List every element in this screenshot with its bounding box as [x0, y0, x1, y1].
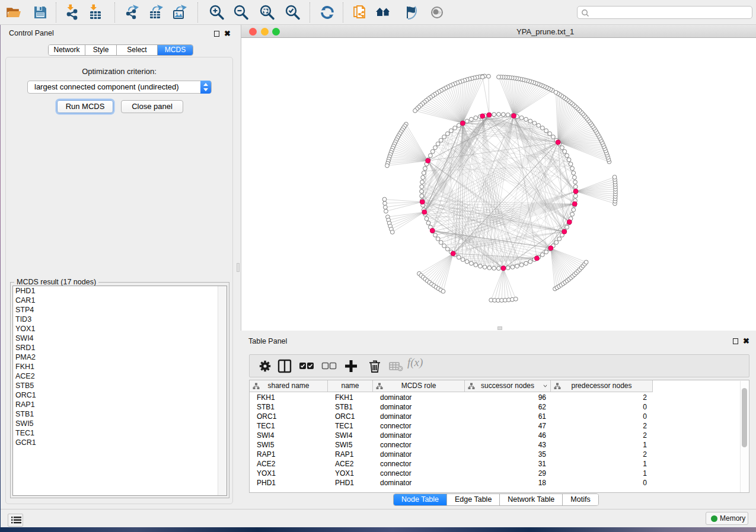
mcds-result-item[interactable]: ACE2	[13, 371, 227, 381]
toolbar-separator	[197, 2, 198, 23]
delete-table-icon[interactable]	[388, 358, 404, 374]
show-eye-icon[interactable]	[429, 4, 445, 21]
attribute-tree-icon	[468, 383, 475, 390]
table-row-ACE2[interactable]: ACE2ACE2connector311	[250, 459, 741, 469]
mcds-result-item[interactable]: CAR1	[13, 296, 227, 305]
import-network-icon[interactable]	[64, 4, 81, 21]
optimization-criterion-select[interactable]: largest connected component (undirected)	[27, 81, 212, 94]
mcds-result-title: MCDS result (17 nodes)	[14, 278, 98, 286]
function-builder-icon[interactable]: f(x)	[407, 356, 423, 369]
table-row-ORC1[interactable]: ORC1ORC1dominator610	[250, 412, 741, 421]
mcds-result-item[interactable]: SRD1	[13, 343, 227, 352]
table-row-RAP1[interactable]: RAP1RAP1dominator352	[250, 450, 741, 459]
attribute-tree-icon	[554, 383, 561, 390]
network-title: YPA_prune.txt_1	[516, 27, 574, 36]
tab-network-table[interactable]: Network Table	[500, 494, 563, 505]
table-scrollbar[interactable]	[740, 381, 748, 492]
zoom-in-icon[interactable]	[208, 4, 225, 21]
sidebar-divider-handle[interactable]	[237, 263, 240, 272]
home-icon[interactable]	[375, 4, 391, 21]
mcds-result-item[interactable]: STB5	[13, 381, 227, 390]
table-toolbar: f(x)	[249, 354, 749, 377]
memory-status-icon	[711, 515, 717, 522]
mcds-result-item[interactable]: TID3	[13, 315, 227, 324]
network-canvas[interactable]	[241, 39, 756, 331]
close-panel-icon[interactable]: ✖	[224, 31, 231, 37]
table-row-YOX1[interactable]: YOX1YOX1connector291	[250, 469, 741, 478]
sort-indicator-icon	[543, 384, 547, 387]
mcds-result-item[interactable]: RAP1	[13, 400, 227, 409]
toolbar-separator	[343, 2, 343, 23]
minimize-window-icon[interactable]	[261, 28, 269, 36]
mcds-list-scrollbar[interactable]	[218, 286, 227, 495]
control-panel-tabs: NetworkStyleSelectMCDS	[48, 44, 193, 56]
export-image-icon[interactable]	[171, 4, 188, 21]
tab-style[interactable]: Style	[85, 45, 117, 55]
mcds-result-item[interactable]: ORC1	[13, 390, 227, 400]
table-header: shared namenameMCDS rolesuccessor nodesp…	[250, 380, 653, 392]
zoom-fit-icon[interactable]	[259, 4, 275, 21]
export-network-icon[interactable]	[123, 4, 140, 21]
mcds-result-item[interactable]: SWI5	[13, 419, 227, 428]
zoom-selected-icon[interactable]	[284, 4, 301, 21]
zoom-out-icon[interactable]	[232, 4, 249, 21]
maximize-window-icon[interactable]	[272, 28, 280, 36]
table-row-STB1[interactable]: STB1STB1dominator620	[250, 402, 741, 412]
tab-edge-table[interactable]: Edge Table	[447, 494, 500, 505]
column-header-MCDS-role[interactable]: MCDS role	[373, 380, 465, 392]
column-header-name[interactable]: name	[328, 380, 373, 392]
select-all-icon[interactable]	[299, 358, 314, 374]
delete-column-icon[interactable]	[367, 358, 382, 374]
column-header-successor-nodes[interactable]: successor nodes	[465, 380, 551, 392]
import-table-icon[interactable]	[87, 4, 104, 21]
mcds-result-item[interactable]: PMA2	[13, 352, 227, 362]
task-history-button[interactable]	[8, 514, 23, 527]
mcds-result-item[interactable]: STP4	[13, 305, 227, 315]
refresh-icon[interactable]	[319, 4, 336, 21]
save-session-icon[interactable]	[32, 4, 49, 21]
share-network-icon[interactable]	[352, 4, 368, 21]
toolbar-separator	[114, 2, 115, 23]
table-row-SWI4[interactable]: SWI4SWI4dominator462	[250, 431, 741, 440]
table-row-SWI5[interactable]: SWI5SWI5connector431	[250, 440, 741, 450]
memory-button[interactable]: Memory	[706, 512, 748, 525]
column-header-shared-name[interactable]: shared name	[250, 380, 328, 392]
tab-node-table[interactable]: Node Table	[394, 494, 447, 505]
tab-mcds[interactable]: MCDS	[158, 45, 193, 55]
node-table: shared namenameMCDS rolesuccessor nodesp…	[249, 380, 749, 493]
mcds-result-item[interactable]: TEC1	[13, 428, 227, 438]
search-icon	[581, 9, 589, 17]
mcds-result-item[interactable]: YOX1	[13, 324, 227, 334]
mcds-result-item[interactable]: FKH1	[13, 362, 227, 371]
hide-flag-icon[interactable]	[402, 4, 419, 21]
mcds-result-item[interactable]: SWI4	[13, 334, 227, 343]
column-header-predecessor-nodes[interactable]: predecessor nodes	[551, 380, 653, 392]
control-panel-title: Control Panel	[9, 29, 54, 37]
tab-network[interactable]: Network	[49, 45, 85, 55]
add-column-icon[interactable]	[343, 358, 359, 374]
open-file-icon[interactable]	[5, 4, 22, 21]
run-mcds-button[interactable]: Run MCDS	[57, 100, 113, 113]
settings-gear-icon[interactable]	[257, 358, 273, 374]
mcds-result-item[interactable]: PHD1	[13, 286, 227, 296]
mcds-result-item[interactable]: STB1	[13, 409, 227, 419]
close-window-icon[interactable]	[249, 28, 257, 36]
tab-motifs[interactable]: Motifs	[563, 494, 598, 505]
table-row-FKH1[interactable]: FKH1FKH1dominator962	[250, 393, 741, 402]
float-window-icon[interactable]	[214, 31, 219, 37]
network-graph	[241, 39, 756, 331]
close-panel-button[interactable]: Close panel	[121, 100, 183, 113]
mcds-result-list[interactable]: PHD1CAR1STP4TID3YOX1SWI4SRD1PMA2FKH1ACE2…	[12, 286, 227, 496]
table-row-PHD1[interactable]: PHD1PHD1dominator180	[250, 478, 741, 488]
table-row-TEC1[interactable]: TEC1TEC1connector472	[250, 421, 741, 431]
deselect-all-icon[interactable]	[321, 358, 337, 374]
export-table-icon[interactable]	[148, 4, 164, 21]
panel-divider-handle[interactable]	[497, 326, 502, 330]
column-view-icon[interactable]	[277, 358, 292, 374]
mcds-result-item[interactable]: GCR1	[13, 438, 227, 447]
table-panel: Table Panel ✖ f(x) shared namenameMCDS r…	[241, 331, 756, 509]
search-input[interactable]	[577, 6, 752, 19]
tab-select[interactable]: Select	[117, 45, 158, 55]
close-table-icon[interactable]: ✖	[743, 338, 749, 344]
float-table-icon[interactable]	[733, 338, 738, 344]
